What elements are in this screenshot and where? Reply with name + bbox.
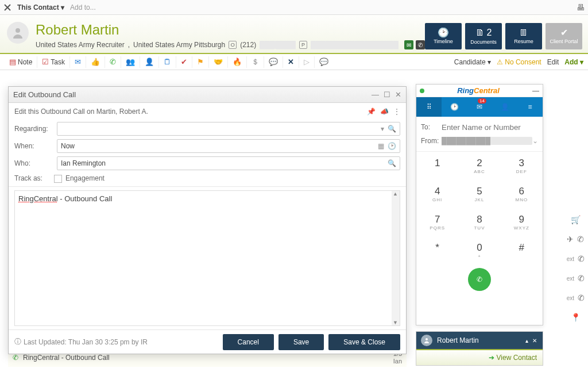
dialpad-key-1[interactable]: 1 xyxy=(416,152,458,180)
dialpad-key-3[interactable]: 3DEF xyxy=(501,152,543,180)
history-tab[interactable]: 🕑 xyxy=(442,97,467,117)
close-icon[interactable] xyxy=(3,3,11,12)
mini-contact-name: Robert Martin xyxy=(437,336,479,344)
play-icon[interactable]: ▷ xyxy=(299,56,315,68)
flag-icon[interactable]: ⚑ xyxy=(192,56,209,68)
scrollbar[interactable] xyxy=(392,191,400,325)
dialpad-key-*[interactable]: * xyxy=(416,236,458,264)
documents-card[interactable]: 🗎2Documents xyxy=(465,23,502,49)
from-chevron-icon[interactable]: ⌄ xyxy=(532,137,538,145)
person-icon[interactable]: 👤 xyxy=(140,56,159,68)
contacts-tab[interactable]: 👤 xyxy=(492,97,517,117)
add-dropdown[interactable]: Add xyxy=(564,58,583,66)
menu-tab[interactable]: ≡ xyxy=(517,97,543,117)
candidate-dropdown[interactable]: Candidate xyxy=(454,58,491,66)
no-consent-badge[interactable]: ⚠ No Consent xyxy=(497,58,541,66)
regarding-label: Regarding: xyxy=(14,125,52,133)
dialpad-key-6[interactable]: 6MNO xyxy=(501,180,543,208)
thumbs-up-icon[interactable]: 👍 xyxy=(86,56,105,68)
presence-indicator xyxy=(420,89,424,93)
call-button[interactable]: ✆ xyxy=(468,268,491,291)
dialpad-tab[interactable]: ⠿ xyxy=(416,97,442,117)
announce-icon[interactable]: 📣 xyxy=(380,108,389,116)
add-to-button[interactable]: Add to... xyxy=(70,3,96,12)
calendar-icon[interactable]: ▦ xyxy=(378,142,384,150)
modal-title: Edit Outbound Call xyxy=(13,90,76,99)
list-icon[interactable]: 🗒 xyxy=(159,56,176,68)
fire-icon[interactable]: 🔥 xyxy=(228,56,247,68)
print-icon[interactable]: 🖶 xyxy=(577,3,585,12)
to-label: To: xyxy=(421,123,442,131)
people-icon[interactable]: 👥 xyxy=(121,56,140,68)
dialpad-key-0[interactable]: 0+ xyxy=(458,236,500,264)
email-icon[interactable]: ✉ xyxy=(404,40,413,49)
last-updated-text: ⓘ Last Updated: Thu Jan 30 3:25 pm by IR xyxy=(14,337,148,347)
task-button[interactable]: ☑Task xyxy=(37,56,70,68)
clock-icon[interactable]: 🕑 xyxy=(388,142,396,150)
timeline-card[interactable]: 🕑Timeline xyxy=(425,23,462,49)
email-type-badge: P xyxy=(299,41,307,49)
engagement-checkbox[interactable]: Engagement xyxy=(54,174,105,183)
who-input[interactable]: Ian Remington🔍 xyxy=(57,156,400,170)
email-redacted: ██████████████████ xyxy=(311,41,399,49)
ringcentral-logo: RingCentral xyxy=(424,86,532,95)
pin-icon[interactable]: 📌 xyxy=(367,108,376,116)
messages-tab[interactable]: ✉14 xyxy=(467,97,492,117)
dialpad-key-9[interactable]: 9WXYZ xyxy=(501,208,543,236)
dialpad-key-4[interactable]: 4GHI xyxy=(416,180,458,208)
client-portal-card[interactable]: ✔Client Portal xyxy=(546,23,582,49)
dialpad-key-7[interactable]: 7PQRS xyxy=(416,208,458,236)
modal-close-icon[interactable]: ✕ xyxy=(395,90,401,99)
ringcentral-dialer: RingCentral — ⠿ 🕑 ✉14 👤 ≡ To: From: ████… xyxy=(416,84,543,325)
modal-minimize-icon[interactable]: — xyxy=(372,90,379,99)
edit-button[interactable]: Edit xyxy=(547,58,559,66)
company-name: United States Army Pittsburgh xyxy=(133,41,225,49)
from-label: From: xyxy=(421,137,442,145)
this-contact-dropdown[interactable]: This Contact xyxy=(17,3,64,12)
rail-send-phone[interactable]: ✈✆ xyxy=(567,235,584,244)
dialpad-key-#[interactable]: # xyxy=(501,236,543,264)
action-toolbar: ▤Note ☑Task ✉ 👍 ✆ 👥 👤 🗒 ✔ ⚑ 🤝 🔥 ＄ 💬 ✕ ▷ … xyxy=(0,54,588,70)
dollar-icon[interactable]: ＄ xyxy=(247,56,264,68)
chevron-down-icon[interactable]: ▾ xyxy=(381,125,384,133)
when-input[interactable]: Now▦🕑 xyxy=(57,139,400,153)
mini-controls[interactable]: ▴ ✕ xyxy=(525,338,538,344)
rail-ext-phone-2[interactable]: ext✆ xyxy=(567,274,585,283)
activity-user: Ian xyxy=(393,358,402,365)
x-icon[interactable]: ✕ xyxy=(283,56,299,68)
to-input[interactable] xyxy=(442,123,538,132)
regarding-input[interactable]: ▾🔍 xyxy=(57,122,400,136)
mail-icon[interactable]: ✉ xyxy=(70,56,86,68)
rail-cart-icon[interactable]: 🛒 xyxy=(571,215,581,224)
contact-header: Robert Martin United States Army Recruit… xyxy=(0,15,588,54)
search-icon[interactable]: 🔍 xyxy=(388,159,396,167)
dialpad-key-8[interactable]: 8TUV xyxy=(458,208,500,236)
save-close-button[interactable]: Save & Close xyxy=(328,334,400,350)
call-icon[interactable]: ✆ xyxy=(416,40,425,49)
rail-location-icon[interactable]: 📍 xyxy=(571,313,581,322)
chat2-icon[interactable]: 💬 xyxy=(315,56,333,68)
dialpad-key-5[interactable]: 5JKL xyxy=(458,180,500,208)
dialpad-key-2[interactable]: 2ABC xyxy=(458,152,500,180)
handshake-icon[interactable]: 🤝 xyxy=(209,56,228,68)
more-icon[interactable]: ⋮ xyxy=(393,108,400,116)
search-icon[interactable]: 🔍 xyxy=(388,125,396,133)
svg-point-0 xyxy=(16,28,20,33)
modal-maximize-icon[interactable]: ☐ xyxy=(384,90,390,99)
panel-minimize-icon[interactable]: — xyxy=(532,87,539,95)
phone-icon[interactable]: ✆ xyxy=(105,56,121,68)
rail-ext-phone-1[interactable]: ext✆ xyxy=(567,254,585,263)
avatar xyxy=(7,22,29,44)
chat-icon[interactable]: 💬 xyxy=(264,56,283,68)
check-icon[interactable]: ✔ xyxy=(176,56,192,68)
resume-card[interactable]: 🗏Resume xyxy=(505,23,542,49)
rail-ext-phone-3[interactable]: ext✆ xyxy=(567,293,585,302)
modal-body-textarea[interactable]: RingCentral - Outbound Call xyxy=(14,190,400,326)
view-contact-link[interactable]: ➔View Contact xyxy=(416,349,543,365)
activity-row-text: RingCentral - Outbound Call xyxy=(23,354,110,362)
note-button[interactable]: ▤Note xyxy=(5,56,37,68)
phone-prefix: (212) xyxy=(240,41,256,49)
phone-type-badge: O xyxy=(229,41,237,49)
cancel-button[interactable]: Cancel xyxy=(223,334,274,350)
save-button[interactable]: Save xyxy=(278,334,324,350)
